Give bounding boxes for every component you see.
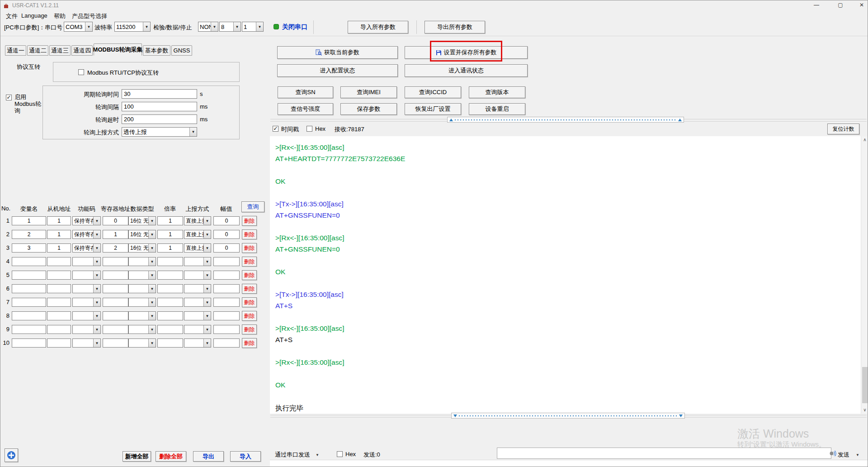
- ratio-input[interactable]: [157, 311, 183, 320]
- func-code-select[interactable]: ▼: [72, 325, 101, 334]
- import-all-params-button[interactable]: 导入所有参数: [348, 21, 408, 33]
- amplitude-input[interactable]: [213, 257, 240, 266]
- tab-channel-1[interactable]: 通道一: [5, 45, 26, 56]
- chevron-down-icon[interactable]: ▼: [856, 453, 859, 457]
- report-mode-select[interactable]: 直接上报▼: [184, 230, 211, 239]
- databits-select[interactable]: 8 ▼: [219, 22, 241, 32]
- slave-addr-input[interactable]: [47, 311, 71, 320]
- func-code-select[interactable]: 保持寄存器▼: [72, 230, 101, 239]
- reset-count-button[interactable]: 复位计数: [827, 124, 859, 134]
- slave-addr-input[interactable]: [47, 338, 71, 348]
- report-mode-select[interactable]: ▼: [184, 338, 211, 348]
- amplitude-input[interactable]: [213, 284, 240, 293]
- ratio-input[interactable]: [157, 271, 183, 280]
- var-name-input[interactable]: [12, 325, 46, 334]
- query-sn-button[interactable]: 查询SN: [278, 86, 333, 98]
- var-name-input[interactable]: [12, 338, 46, 348]
- close-serial-button[interactable]: 关闭串口: [282, 23, 307, 31]
- func-code-select[interactable]: ▼: [72, 298, 101, 307]
- ratio-input[interactable]: [157, 325, 183, 334]
- query-imei-button[interactable]: 查询IMEI: [340, 86, 397, 98]
- stopbits-select[interactable]: 1 ▼: [242, 22, 264, 32]
- amplitude-input[interactable]: [213, 271, 240, 280]
- delete-all-button[interactable]: 删除全部: [156, 451, 186, 462]
- query-version-button[interactable]: 查询版本: [469, 86, 525, 98]
- send-input[interactable]: [497, 448, 831, 459]
- delete-row-button[interactable]: 删除: [242, 216, 257, 226]
- reg-addr-input[interactable]: [103, 230, 128, 239]
- maximize-button[interactable]: ▢: [834, 2, 847, 8]
- tab-channel-4[interactable]: 通道四: [71, 45, 93, 56]
- report-mode-select[interactable]: ▼: [184, 271, 211, 280]
- slave-addr-input[interactable]: [47, 271, 71, 280]
- add-all-button[interactable]: 新增全部: [123, 451, 151, 462]
- log-scrollbar[interactable]: ∧ ∨: [861, 136, 868, 414]
- slave-addr-input[interactable]: [47, 216, 71, 225]
- query-signal-button[interactable]: 查信号强度: [278, 103, 333, 115]
- tab-gnss[interactable]: GNSS: [171, 45, 192, 56]
- send-area-bottom[interactable]: [270, 460, 868, 467]
- func-code-select[interactable]: 保持寄存器▼: [72, 216, 101, 225]
- delete-row-button[interactable]: 删除: [242, 324, 257, 334]
- var-name-input[interactable]: [12, 298, 46, 307]
- report-mode-select[interactable]: ▼: [184, 298, 211, 307]
- menu-item-product-model[interactable]: 产品型号选择: [72, 12, 107, 20]
- slave-addr-input[interactable]: [47, 243, 71, 253]
- delete-row-button[interactable]: 删除: [242, 257, 257, 267]
- com-port-select[interactable]: COM3 ▼: [64, 22, 93, 32]
- delete-row-button[interactable]: 删除: [242, 284, 257, 294]
- data-type-select[interactable]: ▼: [128, 298, 156, 307]
- enter-comm-mode-button[interactable]: 进入通讯状态: [405, 64, 528, 77]
- delete-row-button[interactable]: 删除: [242, 338, 257, 348]
- chevron-down-icon[interactable]: ▼: [316, 453, 319, 457]
- report-mode-select[interactable]: ▼: [184, 325, 211, 334]
- report-mode-select[interactable]: ▼: [184, 284, 211, 293]
- export-button[interactable]: 导出: [193, 451, 224, 462]
- func-code-select[interactable]: ▼: [72, 271, 101, 280]
- enter-config-mode-button[interactable]: 进入配置状态: [277, 64, 398, 77]
- report-mode-select[interactable]: ▼: [184, 311, 211, 320]
- timestamp-checkbox[interactable]: ✓: [273, 126, 278, 132]
- report-mode-select[interactable]: ▼: [184, 257, 211, 266]
- reg-addr-input[interactable]: [103, 338, 128, 348]
- var-name-input[interactable]: [12, 257, 46, 266]
- reg-addr-input[interactable]: [103, 257, 128, 266]
- slave-addr-input[interactable]: [47, 325, 71, 334]
- close-button[interactable]: ✕: [855, 2, 868, 8]
- minimize-button[interactable]: —: [810, 2, 823, 8]
- data-type-select[interactable]: ▼: [128, 325, 156, 334]
- func-code-select[interactable]: ▼: [72, 284, 101, 293]
- amplitude-input[interactable]: [213, 325, 240, 334]
- add-row-button[interactable]: [5, 448, 18, 462]
- delete-row-button[interactable]: 删除: [242, 311, 257, 321]
- log-hex-checkbox[interactable]: [307, 126, 312, 132]
- menu-item-help[interactable]: 帮助: [54, 12, 66, 20]
- scrollbar-thumb[interactable]: [862, 367, 868, 403]
- reg-addr-input[interactable]: [103, 271, 128, 280]
- protocol-convert-checkbox[interactable]: [78, 69, 84, 75]
- ratio-input[interactable]: [157, 243, 183, 253]
- var-name-input[interactable]: [12, 243, 46, 253]
- data-type-select[interactable]: ▼: [128, 271, 156, 280]
- func-code-select[interactable]: ▼: [72, 257, 101, 266]
- tab-basic-params[interactable]: 基本参数: [143, 45, 170, 56]
- amplitude-input[interactable]: [213, 338, 240, 348]
- delete-row-button[interactable]: 删除: [242, 229, 257, 239]
- send-via-serial-dropdown[interactable]: 通过串口发送: [275, 451, 310, 459]
- data-type-select[interactable]: 16位 无符号▼: [128, 216, 156, 225]
- baud-select[interactable]: 115200 ▼: [114, 22, 151, 32]
- reg-addr-input[interactable]: [103, 311, 128, 320]
- query-button[interactable]: 查询: [241, 201, 264, 212]
- scroll-down-icon[interactable]: ∨: [861, 406, 868, 414]
- poll-interval-input[interactable]: [122, 102, 197, 111]
- factory-reset-button[interactable]: 恢复出厂设置: [405, 103, 461, 115]
- set-save-all-params-button[interactable]: 设置并保存所有参数: [405, 46, 528, 59]
- parity-select[interactable]: NONI ▼: [198, 22, 218, 32]
- var-name-input[interactable]: [12, 311, 46, 320]
- get-current-params-button[interactable]: 获取当前参数: [277, 46, 398, 59]
- tab-modbus-polling[interactable]: MODBUS轮询采集: [94, 43, 142, 56]
- slave-addr-input[interactable]: [47, 257, 71, 266]
- amplitude-input[interactable]: [213, 298, 240, 307]
- func-code-select[interactable]: ▼: [72, 338, 101, 348]
- send-hex-checkbox[interactable]: [337, 451, 343, 457]
